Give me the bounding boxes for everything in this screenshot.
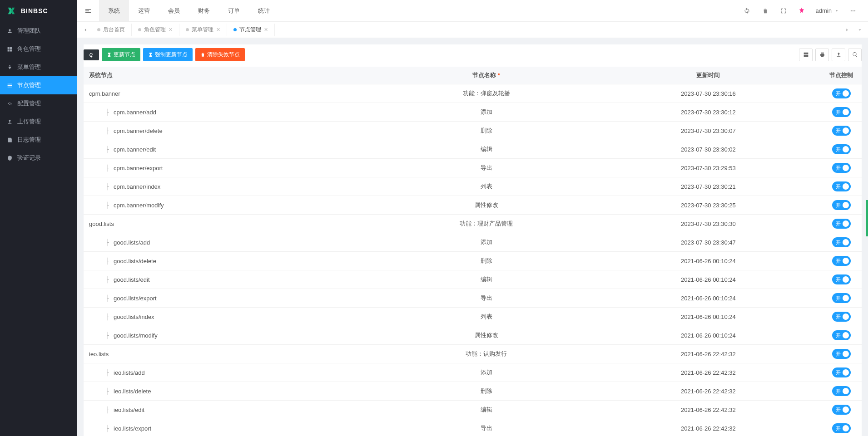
cell-time: 2021-06-26 00:10:24	[596, 326, 821, 345]
sidebar-item-0[interactable]: 管理团队	[0, 22, 77, 40]
switch-toggle[interactable]: 开	[832, 200, 851, 210]
top-tab-0[interactable]: 系统	[99, 0, 129, 21]
switch-toggle[interactable]: 开	[832, 144, 851, 154]
switch-toggle[interactable]: 开	[832, 274, 851, 284]
switch-toggle[interactable]: 开	[832, 181, 851, 191]
sidebar-item-2[interactable]: 菜单管理	[0, 58, 77, 76]
top-tab-3[interactable]: 财务	[189, 0, 219, 21]
refresh-button[interactable]	[84, 49, 99, 60]
bc-prev-button[interactable]	[80, 27, 91, 33]
table-row: ├good.lists/index 列表 2021-06-26 00:10:24…	[84, 308, 862, 326]
refresh-icon[interactable]	[739, 0, 756, 22]
breadcrumb-tabs: 后台首页角色管理✕菜单管理✕节点管理✕	[91, 24, 275, 36]
columns-button[interactable]	[799, 49, 813, 61]
close-icon[interactable]: ✕	[169, 27, 173, 33]
force-update-button[interactable]: 强制更新节点	[143, 48, 193, 61]
cell-node: ├ieo.lists/edit	[84, 401, 377, 419]
sidebar-toggle-button[interactable]	[77, 0, 99, 21]
switch-toggle[interactable]: 开	[832, 107, 851, 117]
switch-toggle[interactable]: 开	[832, 126, 851, 136]
print-button[interactable]	[815, 49, 829, 61]
switch-knob	[843, 202, 849, 208]
switch-toggle[interactable]: 开	[832, 88, 851, 98]
close-icon[interactable]: ✕	[264, 27, 268, 33]
sidebar-item-3[interactable]: 节点管理	[0, 76, 77, 94]
table-row: ├ieo.lists/delete 删除 2021-06-26 22:42:32…	[84, 382, 862, 401]
switch-toggle[interactable]: 开	[832, 423, 851, 433]
top-tab-1[interactable]: 运营	[129, 0, 159, 21]
cell-name: 导出	[377, 289, 596, 308]
switch-toggle[interactable]: 开	[832, 219, 851, 229]
cell-node: cpm.banner	[84, 84, 377, 103]
sidebar-item-6[interactable]: 日志管理	[0, 131, 77, 149]
table-row: ├cpm.banner/delete 删除 2023-07-30 23:30:0…	[84, 122, 862, 140]
svg-point-1	[853, 10, 853, 11]
cell-ctrl: 开	[821, 401, 862, 419]
switch-toggle[interactable]: 开	[832, 367, 851, 377]
cell-time: 2023-07-30 23:30:25	[596, 196, 821, 215]
cell-name: 删除	[377, 252, 596, 270]
cell-time: 2021-06-26 22:42:32	[596, 401, 821, 419]
top-tab-4[interactable]: 订单	[219, 0, 249, 21]
more-icon[interactable]	[844, 0, 862, 22]
bc-next-button[interactable]	[842, 27, 853, 33]
update-node-button[interactable]: 更新节点	[102, 48, 140, 61]
switch-toggle[interactable]: 开	[832, 256, 851, 266]
sidebar-item-4[interactable]: 配置管理	[0, 94, 77, 113]
sidebar-item-7[interactable]: 验证记录	[0, 149, 77, 167]
trash-icon[interactable]	[757, 0, 774, 22]
topbar: 系统运营会员财务订单统计 admin	[77, 0, 868, 22]
cell-time: 2023-07-30 23:30:16	[596, 84, 821, 103]
switch-toggle[interactable]: 开	[832, 386, 851, 396]
switch-toggle[interactable]: 开	[832, 237, 851, 247]
bc-tab-2[interactable]: 菜单管理✕	[179, 24, 227, 36]
user-menu[interactable]: admin	[811, 7, 843, 14]
bc-tab-1[interactable]: 角色管理✕	[132, 24, 179, 36]
cell-name: 列表	[377, 177, 596, 196]
switch-toggle[interactable]: 开	[832, 349, 851, 359]
sidebar-item-1[interactable]: 角色管理	[0, 40, 77, 58]
top-tab-5[interactable]: 统计	[249, 0, 279, 21]
unicorn-icon[interactable]	[793, 0, 810, 22]
bc-dropdown-button[interactable]	[854, 27, 865, 33]
cell-ctrl: 开	[821, 122, 862, 140]
search-button[interactable]	[848, 49, 862, 61]
cell-ctrl: 开	[821, 84, 862, 103]
switch-toggle[interactable]: 开	[832, 312, 851, 322]
table-row: ├good.lists/modify 属性修改 2021-06-26 00:10…	[84, 326, 862, 345]
cell-ctrl: 开	[821, 159, 862, 177]
table-row: ├ieo.lists/add 添加 2021-06-26 22:42:32 开	[84, 363, 862, 382]
switch-knob	[843, 239, 849, 245]
switch-toggle[interactable]: 开	[832, 163, 851, 173]
close-icon[interactable]: ✕	[216, 27, 220, 33]
table-row: ├good.lists/add 添加 2023-07-30 23:30:47 开	[84, 233, 862, 252]
bc-tab-3[interactable]: 节点管理✕	[227, 24, 275, 36]
switch-toggle[interactable]: 开	[832, 293, 851, 303]
table-row: cpm.banner 功能：弹窗及轮播 2023-07-30 23:30:16 …	[84, 84, 862, 103]
fullscreen-icon[interactable]	[775, 0, 792, 22]
export-button[interactable]	[832, 49, 845, 61]
table-row: ieo.lists 功能：认购发行 2021-06-26 22:42:32 开	[84, 345, 862, 363]
clear-invalid-button[interactable]: 清除失效节点	[195, 48, 245, 61]
table-row: ├cpm.banner/add 添加 2023-07-30 23:30:12 开	[84, 103, 862, 122]
cell-ctrl: 开	[821, 252, 862, 270]
log-icon	[6, 137, 13, 143]
table-row: ├cpm.banner/edit 编辑 2023-07-30 23:30:02 …	[84, 140, 862, 159]
bc-tab-label: 节点管理	[239, 26, 261, 34]
top-tab-2[interactable]: 会员	[159, 0, 189, 21]
th-node: 系统节点	[84, 67, 377, 84]
cell-node: ├ieo.lists/delete	[84, 382, 377, 401]
cell-node: ├cpm.banner/modify	[84, 196, 377, 215]
cell-name: 功能：理财产品管理	[377, 215, 596, 233]
cell-ctrl: 开	[821, 140, 862, 159]
cell-ctrl: 开	[821, 326, 862, 345]
cell-ctrl: 开	[821, 196, 862, 215]
sidebar-item-label: 角色管理	[17, 45, 41, 53]
logo-icon	[6, 6, 16, 16]
refresh-icon	[89, 52, 94, 58]
bc-tab-0[interactable]: 后台首页	[91, 24, 132, 36]
sidebar-item-5[interactable]: 上传管理	[0, 113, 77, 131]
switch-toggle[interactable]: 开	[832, 330, 851, 340]
cell-node: ieo.lists	[84, 345, 377, 363]
switch-toggle[interactable]: 开	[832, 405, 851, 415]
